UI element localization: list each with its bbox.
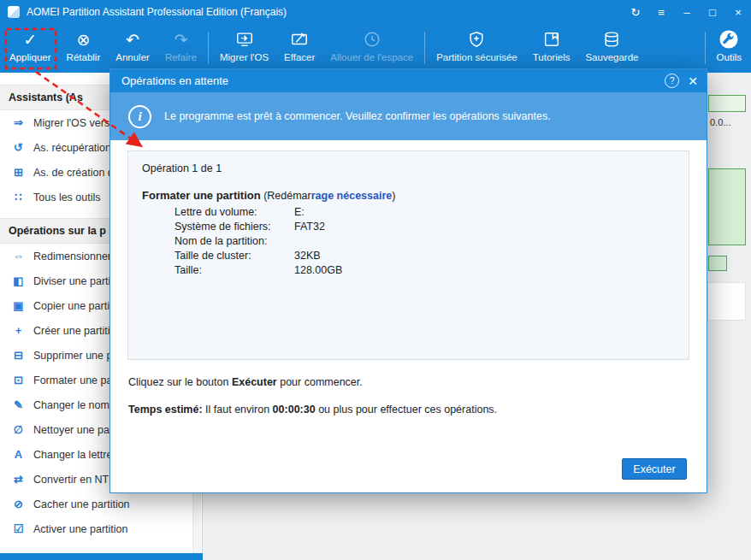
rename-icon: ✎ [11,398,26,411]
hide-partition-icon: ⊘ [11,498,26,510]
database-icon [602,27,621,51]
dialog-title: Opérations en attente [121,74,228,87]
partition-bar-fragment[interactable] [708,256,727,271]
clock-icon [363,27,381,51]
partition-size-fragment: 0.0... [710,117,730,127]
toolbar-separator [424,32,425,64]
sidebar-item-label: Diviser une parti [33,275,110,287]
apply-button[interactable]: ✓ Appliquer [2,27,59,73]
info-banner: i Le programme est prêt à commencer. Veu… [110,92,707,140]
sidebar-item-label: Copier une parti [33,300,109,312]
delete-icon: ⊟ [11,349,26,362]
split-icon: ◧ [11,274,26,287]
sidebar-item-label: Redimensionner [33,251,111,262]
sidebar-item-label: Nettoyer une pa [33,424,109,436]
wrench-icon [718,27,739,51]
format-icon: ⊡ [11,374,26,386]
sidebar-item-label: Migrer l'OS vers [33,117,109,129]
toolbar-separator [208,32,209,64]
migrate-os-icon [235,27,254,51]
tutorials-button[interactable]: Tutoriels [525,27,578,73]
erase-button[interactable]: Effacer [276,27,322,73]
menu-icon[interactable]: ≡ [648,0,674,24]
hint-text: Cliquez sur le bouton Exécuter pour comm… [128,376,363,388]
creation-wizard-icon: ⊞ [11,166,26,179]
window-controls: ↻ ≡ – □ × [623,0,751,24]
window-title: AOMEI Partition Assistant Professional E… [27,6,287,18]
dialog-body: Opération 1 de 1 Formater une partition … [110,140,707,492]
detail-row-filesystem: Système de fichiers: FAT32 [174,220,675,234]
detail-row-cluster-size: Taille de cluster: 32KB [174,249,675,263]
resize-icon: ⇔ [11,250,26,262]
restart-note-prefix: (Redémar [261,190,311,202]
close-button[interactable]: × [725,0,751,24]
migrate-os-icon: ⇒ [11,116,26,129]
sidebar-item-label: Tous les outils [33,192,101,203]
toolbar-separator [705,32,706,64]
discard-icon: ⊗ [76,27,90,51]
recovery-icon: ↺ [11,141,26,154]
detail-row-size: Taille: 128.00GB [174,263,675,278]
operation-title-line: Formater une partition (Redémarrage néce… [142,189,675,202]
wipe-icon: ∅ [11,423,26,436]
operation-details: Lettre du volume: E: Système de fichiers… [142,205,675,278]
help-icon[interactable]: ? [665,74,679,88]
create-partition-icon: + [11,324,26,337]
bottom-strip [0,553,203,560]
refresh-icon[interactable]: ↻ [623,0,648,24]
backup-button[interactable]: Sauvegarde [577,27,646,73]
detail-row-volume-letter: Lettre du volume: E: [174,205,675,220]
sidebar-item-label: Changer le nom [33,399,109,411]
operation-counter: Opération 1 de 1 [142,162,675,174]
estimated-time-text: Temps estimé: Il faut environ 00:00:30 o… [128,404,497,416]
sidebar-item-label: Activer une partition [33,523,127,535]
discard-button[interactable]: ⊗ Rétablir [59,27,109,73]
redo-button: ↷ Refaire [157,27,204,73]
info-icon: i [128,105,151,128]
operation-title: Formater une partition [142,189,261,202]
convert-icon: ⇄ [11,473,26,486]
apply-check-icon: ✓ [23,27,37,51]
migrate-os-button[interactable]: Migrer l'OS [212,27,276,73]
erase-icon [290,27,309,51]
maximize-button[interactable]: □ [700,0,725,24]
sidebar-item-label: Cacher une partition [33,498,130,510]
operations-list-box: Opération 1 de 1 Formater une partition … [127,150,689,360]
copy-icon: ▣ [11,299,26,312]
pending-operations-dialog: Opérations en attente ? ✕ i Le programme… [109,68,707,493]
disk-card-fragment [707,282,746,321]
dialog-close-icon[interactable]: ✕ [688,74,698,88]
all-tools-icon: ∷ [11,191,26,203]
tools-button[interactable]: Outils [709,27,749,73]
sidebar-item-hide[interactable]: ⊘ Cacher une partition [0,492,202,516]
sidebar-item-label: Convertir en NTF [33,474,115,486]
redo-icon: ↷ [174,27,187,51]
drive-letter-icon: A [11,448,26,461]
detail-row-partition-name: Nom de la partition: [174,234,675,249]
main-toolbar: ✓ Appliquer ⊗ Rétablir ↶ Annuler ↷ Refai… [0,24,751,73]
minimize-button[interactable]: – [674,0,700,24]
sidebar-item-label: As. de création d [33,167,114,179]
undo-button[interactable]: ↶ Annuler [108,27,157,73]
allocate-space-button: Allouer de l'espace [322,27,421,73]
sidebar-item-label: Créer une partiti [33,325,110,337]
sidebar-item-label: As. récupération [33,142,111,154]
sidebar-item-label: Changer la lettre [33,449,112,461]
execute-button[interactable]: Exécuter [622,458,687,480]
undo-icon: ↶ [126,27,139,51]
restart-note-highlight: rage nécessaire [311,190,393,202]
sidebar-item-activate[interactable]: ☑ Activer une partition [0,516,202,541]
banner-text: Le programme est prêt à commencer. Veuil… [164,110,551,122]
book-icon [542,27,561,51]
dialog-titlebar: Opérations en attente ? ✕ [110,69,707,92]
partition-bar-fragment[interactable] [708,95,746,112]
app-logo-icon [8,6,20,18]
sidebar-item-label: Supprimer une p [33,350,112,362]
partition-bar-fragment[interactable] [708,168,746,245]
restart-note-suffix: ) [392,190,395,202]
secure-partition-button[interactable]: Partition sécurisée [429,27,525,73]
activate-partition-icon: ☑ [11,522,26,535]
shield-plus-icon [467,27,486,51]
sidebar-item-label: Formater une pa [33,374,112,386]
window-titlebar: AOMEI Partition Assistant Professional E… [0,0,751,24]
